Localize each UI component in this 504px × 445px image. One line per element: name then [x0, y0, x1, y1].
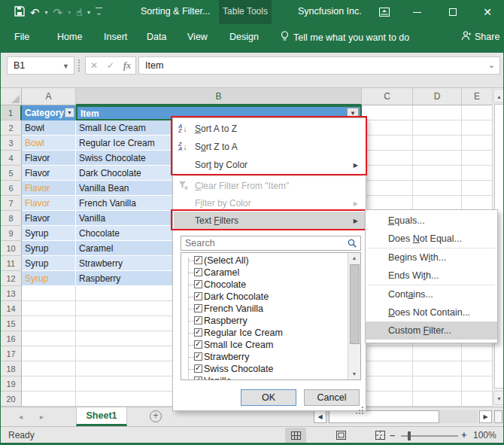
insert-function-icon[interactable]: fx — [123, 60, 131, 72]
row-header[interactable]: 16 — [1, 331, 22, 346]
sheet-nav-left-icon[interactable]: ◂ — [19, 413, 23, 421]
row-header[interactable]: 10 — [1, 241, 22, 256]
view-page-layout-icon[interactable] — [330, 428, 351, 443]
row-header[interactable]: 6 — [1, 181, 22, 196]
row-header[interactable]: 7 — [1, 196, 22, 211]
tab-view[interactable]: View — [187, 32, 208, 42]
row-header[interactable]: 9 — [1, 226, 22, 241]
submenu-item-does-not-contain[interactable]: Does Not Contain... — [366, 303, 497, 322]
resize-grip[interactable] — [362, 407, 363, 408]
cancel-button[interactable]: Cancel — [304, 389, 360, 406]
filter-value-item[interactable]: Caramel — [181, 267, 348, 279]
row-header[interactable]: 17 — [1, 346, 22, 361]
add-sheet-icon[interactable]: + — [150, 410, 162, 422]
zoom-out-icon[interactable]: – — [390, 429, 395, 440]
row-header[interactable]: 3 — [1, 136, 22, 151]
share-button[interactable]: Share — [461, 31, 499, 43]
menu-item-text-filters[interactable]: Text Filters ▶ — [174, 212, 365, 230]
submenu-item-ends-with[interactable]: Ends With... — [366, 267, 497, 285]
tab-insert[interactable]: Insert — [104, 32, 127, 42]
maximize-button[interactable] — [442, 0, 464, 24]
touch-mode-icon[interactable]: ☝ — [76, 8, 82, 17]
menu-item-sort-by-color[interactable]: Sort by Color ▶ — [174, 156, 365, 174]
filter-value-item[interactable]: Raspberry — [181, 315, 348, 327]
filter-value-item[interactable]: Strawberry — [181, 351, 348, 363]
submenu-item-contains[interactable]: Contains... — [366, 285, 497, 303]
ribbon-display-options-icon[interactable] — [373, 0, 396, 24]
list-scroll-thumb[interactable] — [350, 264, 360, 344]
minimize-button[interactable] — [405, 0, 428, 24]
filter-value-item[interactable]: French Vanilla — [181, 303, 348, 315]
qat-customize-icon[interactable]: ⌄ — [96, 8, 102, 17]
touch-mode-dropdown-icon[interactable]: ▾ — [87, 9, 90, 16]
checked-checkbox-icon[interactable] — [194, 280, 202, 288]
category-filter-button[interactable]: ▼ — [65, 108, 74, 117]
list-scrollbar[interactable]: ▲ ▼ — [348, 253, 360, 379]
row-header[interactable]: 11 — [1, 256, 22, 271]
sheet-nav-right-icon[interactable]: ▸ — [40, 413, 44, 421]
filter-value-item[interactable]: Chocolate — [181, 279, 348, 291]
search-input[interactable] — [181, 236, 343, 250]
submenu-item-custom-filter[interactable]: Custom Filter... — [366, 322, 497, 340]
undo-icon[interactable]: ↶ — [30, 7, 40, 18]
filter-value-select-all[interactable]: (Select All) — [181, 255, 348, 267]
sheet-tab-active[interactable]: Sheet1 — [76, 407, 127, 426]
tab-split-handle[interactable] — [494, 410, 502, 423]
scroll-left-icon[interactable]: ◀ — [314, 410, 326, 423]
row-header[interactable]: 20 — [1, 392, 22, 407]
checked-checkbox-icon[interactable] — [194, 376, 202, 380]
undo-dropdown-icon[interactable]: ▾ — [45, 9, 48, 16]
column-header-c[interactable]: C — [362, 88, 413, 105]
submenu-item-does-not-equal[interactable]: Does Not Equal... — [366, 230, 497, 248]
name-box[interactable]: B1 ▼ — [7, 56, 74, 75]
checked-checkbox-icon[interactable] — [194, 352, 202, 361]
scroll-up-icon[interactable]: ▲ — [348, 253, 360, 264]
submenu-item-equals[interactable]: Equals... — [366, 212, 497, 230]
checked-checkbox-icon[interactable] — [194, 304, 202, 312]
select-all-corner[interactable] — [1, 88, 22, 105]
checked-checkbox-icon[interactable] — [194, 340, 202, 349]
tab-file[interactable]: File — [14, 32, 29, 42]
row-header[interactable]: 19 — [1, 376, 22, 392]
row-header[interactable]: 5 — [1, 166, 22, 181]
row-header[interactable]: 2 — [1, 120, 22, 136]
row-header[interactable]: 12 — [1, 271, 22, 286]
tab-design[interactable]: Design — [229, 32, 259, 42]
checked-checkbox-icon[interactable] — [194, 268, 202, 276]
filter-value-item[interactable]: Vanilla — [181, 375, 348, 380]
column-header-a[interactable]: A — [22, 88, 76, 105]
checked-checkbox-icon[interactable] — [194, 256, 202, 264]
name-box-dropdown-icon[interactable]: ▼ — [62, 62, 69, 70]
horizontal-scroll-thumb[interactable] — [329, 410, 439, 423]
column-header-b[interactable]: B — [76, 88, 362, 105]
filter-search-box[interactable] — [181, 236, 361, 251]
formula-expand-icon[interactable]: ⌄ — [488, 60, 495, 70]
row-header[interactable]: 13 — [1, 286, 22, 301]
menu-item-sort-z-to-a[interactable]: ZA↓ Sort Z to A — [174, 138, 365, 156]
tell-me-box[interactable]: Tell me what you want to do — [281, 31, 409, 44]
row-header[interactable]: 15 — [1, 316, 22, 331]
scroll-down-icon[interactable]: ▼ — [348, 369, 360, 379]
row-header[interactable]: 1 — [1, 105, 22, 120]
scroll-right-icon[interactable]: ▶ — [479, 410, 492, 423]
tab-home[interactable]: Home — [57, 32, 82, 42]
checked-checkbox-icon[interactable] — [194, 328, 202, 337]
view-page-break-icon[interactable] — [369, 428, 390, 443]
close-button[interactable]: ✕ — [476, 0, 499, 24]
submenu-item-begins-with[interactable]: Begins With... — [366, 248, 497, 267]
zoom-slider-handle[interactable] — [408, 431, 411, 440]
checked-checkbox-icon[interactable] — [194, 364, 202, 373]
zoom-level[interactable]: 100% — [473, 430, 496, 440]
save-icon[interactable] — [14, 6, 25, 18]
scroll-down-icon[interactable]: ▼ — [493, 391, 504, 405]
checked-checkbox-icon[interactable] — [194, 316, 202, 325]
filter-value-item[interactable]: Dark Chocolate — [181, 291, 348, 303]
row-header[interactable]: 18 — [1, 361, 22, 376]
scroll-up-icon[interactable]: ▲ — [493, 89, 504, 103]
row-header[interactable]: 14 — [1, 301, 22, 316]
checked-checkbox-icon[interactable] — [194, 292, 202, 300]
column-header-d[interactable]: D — [413, 88, 462, 105]
row-header[interactable]: 8 — [1, 211, 22, 226]
row-header[interactable]: 4 — [1, 151, 22, 166]
filter-value-item[interactable]: Regular Ice Cream — [181, 327, 348, 339]
